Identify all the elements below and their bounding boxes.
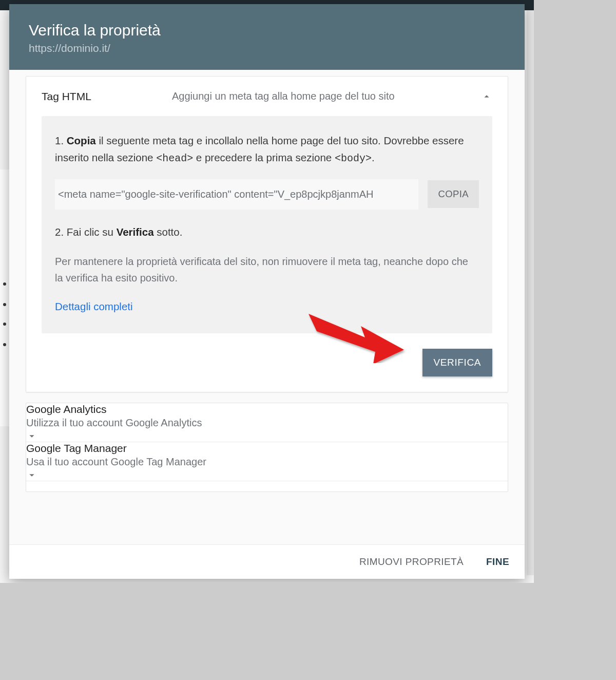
verify-button-row: VERIFICA xyxy=(26,349,508,392)
modal-footer: RIMUOVI PROPRIETÀ FINE xyxy=(9,544,525,579)
method-header-google-analytics[interactable]: Google Analytics Utilizza il tuo account… xyxy=(26,403,508,442)
method-name: Google Tag Manager xyxy=(26,442,144,455)
method-header-truncated[interactable] xyxy=(26,481,508,492)
background-right-peek xyxy=(527,10,534,575)
background-sidebar-peek xyxy=(0,169,10,426)
method-description: Aggiungi un meta tag alla home page del … xyxy=(172,89,469,104)
meta-tag-field[interactable]: <meta name="google-site-verification" co… xyxy=(55,179,418,210)
full-details-link[interactable]: Dettagli completi xyxy=(55,300,133,312)
done-button[interactable]: FINE xyxy=(486,556,509,568)
method-list-collapsed: Google Analytics Utilizza il tuo account… xyxy=(26,403,508,492)
modal-body: Tag HTML Aggiungi un meta tag alla home … xyxy=(9,70,525,544)
verify-ownership-modal: Verifica la proprietà https://dominio.it… xyxy=(9,4,525,579)
verify-button[interactable]: VERIFICA xyxy=(422,349,492,376)
method-header-google-tag-manager[interactable]: Google Tag Manager Usa il tuo account Go… xyxy=(26,442,508,481)
method-description: Usa il tuo account Google Tag Manager xyxy=(26,455,508,469)
instruction-step-1: 1. Copia il seguente meta tag e incollal… xyxy=(55,133,479,167)
page-background: Verifica la proprietà https://dominio.it… xyxy=(0,0,534,583)
meta-tag-row: <meta name="google-site-verification" co… xyxy=(55,179,479,210)
copy-button[interactable]: COPIA xyxy=(428,180,479,208)
chevron-down-icon xyxy=(26,469,508,481)
chevron-down-icon xyxy=(26,430,508,442)
remove-property-button[interactable]: RIMUOVI PROPRIETÀ xyxy=(359,556,464,568)
instruction-note: Per mantenere la proprietà verificata de… xyxy=(55,253,479,286)
method-name: Google Analytics xyxy=(26,403,144,415)
method-card-html-tag: Tag HTML Aggiungi un meta tag alla home … xyxy=(26,76,508,392)
chevron-up-icon xyxy=(481,91,492,102)
method-html-instructions: 1. Copia il seguente meta tag e incollal… xyxy=(42,116,492,333)
method-header-html-tag[interactable]: Tag HTML Aggiungi un meta tag alla home … xyxy=(26,77,508,116)
method-name: Tag HTML xyxy=(42,90,160,103)
modal-subtitle-url: https://dominio.it/ xyxy=(29,42,505,54)
modal-title: Verifica la proprietà xyxy=(29,22,505,39)
method-description: Utilizza il tuo account Google Analytics xyxy=(26,415,508,430)
instruction-step-2: 2. Fai clic su Verifica sotto. xyxy=(55,224,479,241)
scroll-fade xyxy=(26,519,508,544)
modal-header: Verifica la proprietà https://dominio.it… xyxy=(9,4,525,70)
